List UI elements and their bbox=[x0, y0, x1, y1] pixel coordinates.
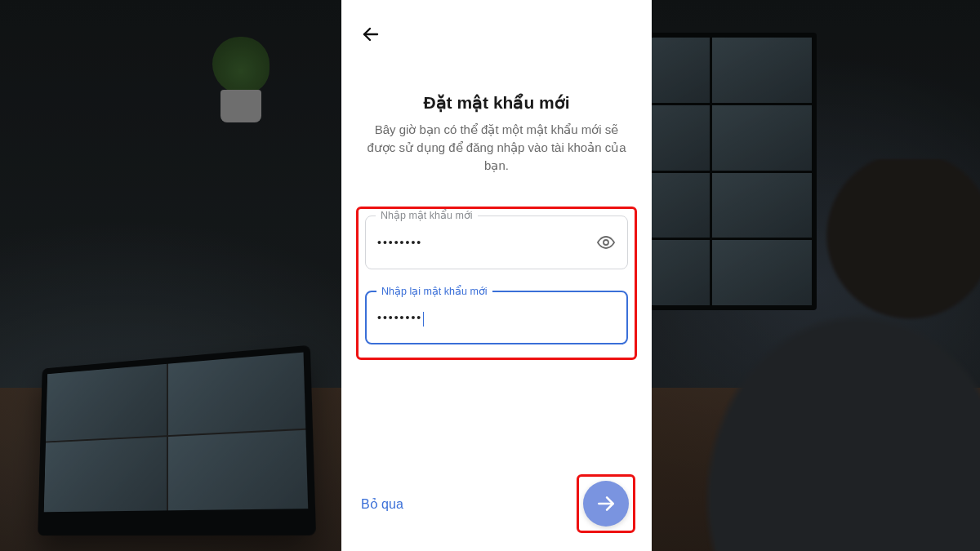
confirm-password-label: Nhập lại mật khẩu mới bbox=[376, 285, 492, 297]
phone-frame: Đặt mật khẩu mới Bây giờ bạn có thể đặt … bbox=[341, 0, 652, 551]
form-area: Nhập mật khẩu mới •••••••• Nhập lại mật … bbox=[341, 207, 652, 360]
next-button[interactable] bbox=[583, 481, 629, 527]
new-password-value: •••••••• bbox=[377, 236, 586, 249]
page-title: Đặt mật khẩu mới bbox=[364, 93, 629, 113]
skip-button[interactable]: Bỏ qua bbox=[361, 496, 403, 512]
page-subtitle: Bây giờ bạn có thể đặt một mật khẩu mới … bbox=[364, 121, 629, 174]
new-password-field[interactable]: Nhập mật khẩu mới •••••••• bbox=[365, 216, 628, 269]
text-caret bbox=[423, 312, 424, 327]
footer-bar: Bỏ qua bbox=[341, 474, 652, 538]
svg-point-1 bbox=[604, 240, 608, 245]
confirm-password-value: •••••••• bbox=[377, 311, 586, 326]
annotation-highlight-next bbox=[577, 474, 635, 533]
tutorial-screenshot: Đặt mật khẩu mới Bây giờ bạn có thể đặt … bbox=[0, 0, 980, 551]
arrow-right-icon bbox=[595, 493, 617, 514]
new-password-label: Nhập mật khẩu mới bbox=[376, 209, 478, 221]
back-button[interactable] bbox=[356, 20, 385, 49]
annotation-highlight-fields: Nhập mật khẩu mới •••••••• Nhập lại mật … bbox=[356, 207, 637, 360]
arrow-left-icon bbox=[361, 24, 381, 44]
title-block: Đặt mật khẩu mới Bây giờ bạn có thể đặt … bbox=[341, 49, 652, 174]
app-header bbox=[341, 15, 652, 49]
eye-icon bbox=[596, 233, 616, 252]
toggle-password-visibility-button[interactable] bbox=[593, 229, 619, 256]
confirm-password-field[interactable]: Nhập lại mật khẩu mới •••••••• bbox=[365, 291, 628, 344]
